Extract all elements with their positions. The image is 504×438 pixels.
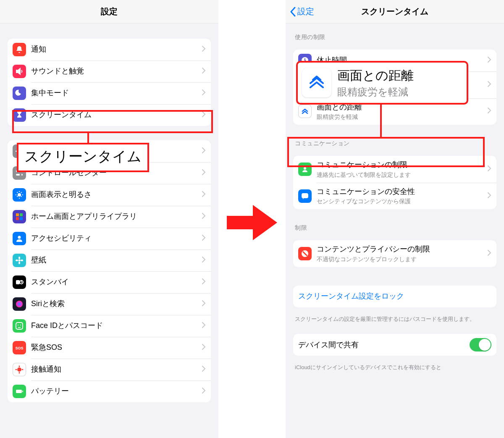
siri-icon xyxy=(13,297,26,311)
chevron-right-icon xyxy=(202,387,206,396)
lock-footer: スクリーンタイムの設定を厳重に管理するにはパスコードを使用します。 xyxy=(293,312,496,323)
back-button[interactable]: 設定 xyxy=(290,6,314,17)
chevron-right-icon xyxy=(487,249,491,258)
share-footer: iCloudにサインインしているデバイスでこれを有効にすると xyxy=(293,361,496,372)
row-title: アクセシビリティ xyxy=(31,233,202,243)
zoom-label: スクリーンタイム xyxy=(17,143,149,172)
settings-row[interactable]: コンテンツとプライバシーの制限不適切なコンテンツをブロックします xyxy=(293,240,496,267)
bell-icon xyxy=(13,43,26,56)
callout-connector xyxy=(380,105,382,138)
settings-row[interactable]: 画面表示と明るさ xyxy=(8,184,211,206)
lock-settings-row[interactable]: スクリーンタイム設定をロック xyxy=(293,286,496,307)
back-label: 設定 xyxy=(297,6,314,17)
chevron-right-icon xyxy=(202,45,206,54)
row-title: Face IDとパスコード xyxy=(31,321,202,330)
arrow-icon xyxy=(227,202,277,245)
chevron-right-icon xyxy=(202,147,206,155)
settings-row[interactable]: 通知 xyxy=(8,39,211,60)
row-title: ホーム画面とアプリライブラリ xyxy=(31,212,202,221)
person-icon xyxy=(13,232,26,245)
chevron-right-icon xyxy=(487,107,491,115)
row-title: 通知 xyxy=(31,45,202,54)
row-title: 緊急SOS xyxy=(31,343,202,352)
row-title: コミュニケーションの制限 xyxy=(317,160,487,170)
chevron-right-icon xyxy=(202,67,206,76)
settings-row[interactable]: 壁紙 xyxy=(8,249,211,271)
battery-icon xyxy=(13,385,26,398)
standby-icon xyxy=(13,275,26,289)
row-title: コンテンツとプライバシーの制限 xyxy=(317,244,487,254)
chevron-right-icon xyxy=(487,81,491,89)
chevron-right-icon xyxy=(487,56,491,65)
group-share: デバイス間で共有 xyxy=(293,334,496,356)
chevron-right-icon xyxy=(487,192,491,200)
hourglass-icon xyxy=(13,108,26,122)
row-title: 壁紙 xyxy=(31,255,202,265)
share-label: デバイス間で共有 xyxy=(298,340,470,350)
settings-row[interactable]: Face IDとパスコード xyxy=(8,315,211,337)
chevron-right-icon xyxy=(202,365,206,374)
row-title: 画面表示と明るさ xyxy=(31,190,202,199)
row-title: サウンドと触覚 xyxy=(31,66,202,76)
settings-row[interactable]: スクリーンタイム xyxy=(8,104,211,126)
moon-icon xyxy=(13,87,26,100)
row-subtitle: 連絡先に基づいて制限を設定します xyxy=(317,171,487,178)
row-subtitle: 不適切なコンテンツをブロックします xyxy=(317,255,487,263)
settings-row[interactable]: アクセシビリティ xyxy=(8,228,211,249)
chevron-right-icon xyxy=(202,111,206,119)
nope-icon xyxy=(298,247,312,260)
settings-row[interactable]: コミュニケーションの安全性センシティブなコンテンツから保護 xyxy=(293,183,496,210)
row-title: スクリーンタイム xyxy=(31,110,202,120)
grid-icon xyxy=(13,210,26,223)
settings-row[interactable]: 緊急SOS xyxy=(8,337,211,359)
settings-row[interactable]: 接触通知 xyxy=(8,359,211,380)
chevron-right-icon xyxy=(202,300,206,308)
nav-bar: 設定 スクリーンタイム xyxy=(286,0,504,24)
group-communication: コミュニケーションの制限連絡先に基づいて制限を設定しますコミュニケーションの安全… xyxy=(293,156,496,209)
settings-row[interactable]: コミュニケーションの制限連絡先に基づいて制限を設定します xyxy=(293,156,496,183)
nav-title: 設定 xyxy=(101,6,118,17)
settings-row[interactable]: 集中モード xyxy=(8,82,211,104)
chevron-right-icon xyxy=(202,322,206,330)
sun-icon xyxy=(13,188,26,202)
chat-icon xyxy=(298,189,312,203)
sos-icon xyxy=(13,341,26,354)
lock-label: スクリーンタイム設定をロック xyxy=(298,291,491,301)
nav-title: スクリーンタイム xyxy=(361,6,428,17)
chevron-right-icon xyxy=(202,191,206,199)
speaker-icon xyxy=(13,65,26,78)
settings-row[interactable]: ホーム画面とアプリライブラリ xyxy=(8,206,211,228)
settings-group-2: 一般コントロールセンター画面表示と明るさホーム画面とアプリライブラリアクセシビリ… xyxy=(8,140,211,402)
chevron-right-icon xyxy=(202,169,206,177)
settings-row[interactable]: スタンバイ xyxy=(8,271,211,293)
chevrons-icon xyxy=(298,105,312,118)
settings-group-1: 通知サウンドと触覚集中モードスクリーンタイム xyxy=(8,39,211,126)
row-title: Siriと検索 xyxy=(31,299,202,309)
section-header-limits: 使用の制限 xyxy=(293,24,496,45)
chevron-right-icon xyxy=(202,89,206,97)
settings-screen: 設定 通知サウンドと触覚集中モードスクリーンタイム 一般コントロールセンター画面… xyxy=(0,0,218,438)
share-across-devices-row[interactable]: デバイス間で共有 xyxy=(293,334,496,356)
chevron-right-icon xyxy=(202,278,206,286)
row-subtitle: 眼精疲労を軽減 xyxy=(317,113,487,121)
row-title: 集中モード xyxy=(31,88,202,98)
group-lock: スクリーンタイム設定をロック xyxy=(293,286,496,307)
chevron-right-icon xyxy=(202,234,206,243)
settings-row[interactable]: Siriと検索 xyxy=(8,293,211,315)
flower-icon xyxy=(13,254,26,267)
share-toggle[interactable] xyxy=(470,338,491,351)
contact-icon xyxy=(298,163,312,176)
chevron-right-icon xyxy=(202,212,206,221)
row-title: スタンバイ xyxy=(31,277,202,287)
group-restrictions: コンテンツとプライバシーの制限不適切なコンテンツをブロックします xyxy=(293,240,496,267)
callout-screen-distance: 画面との距離 眼精疲労を軽減 xyxy=(296,61,468,105)
faceid-icon xyxy=(13,319,26,333)
screen-distance-icon xyxy=(302,68,331,97)
row-title: コミュニケーションの安全性 xyxy=(317,187,487,197)
settings-row[interactable]: バッテリー xyxy=(8,380,211,402)
chevron-right-icon xyxy=(487,165,491,173)
row-title: 接触通知 xyxy=(31,365,202,374)
callout-title: 画面との距離 xyxy=(337,67,414,84)
settings-row[interactable]: サウンドと触覚 xyxy=(8,60,211,82)
chevron-right-icon xyxy=(202,256,206,265)
